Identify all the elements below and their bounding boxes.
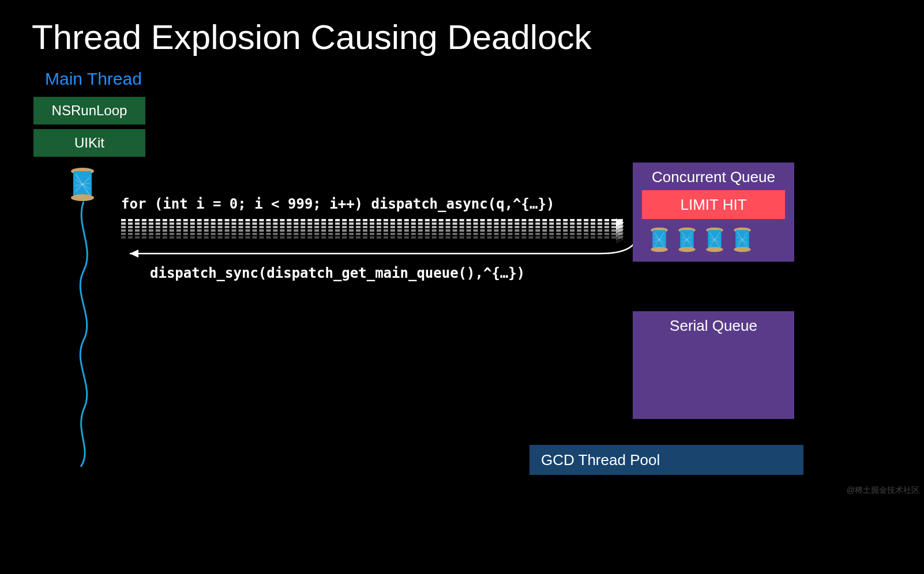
thread-spool-icon — [69, 167, 96, 202]
dotted-arrow-line — [121, 222, 623, 225]
thread-spool-icon — [733, 227, 752, 252]
serial-queue-title: Serial Queue — [633, 317, 794, 335]
concurrent-queue-title: Concurrent Queue — [633, 168, 794, 186]
svg-marker-8 — [130, 250, 138, 258]
svg-point-3 — [71, 194, 94, 201]
code-dispatch-sync: dispatch_sync(dispatch_get_main_queue(),… — [150, 265, 525, 281]
uikit-block: UIKit — [33, 129, 145, 157]
dispatch-arrows — [121, 219, 623, 242]
dotted-arrow-line — [121, 219, 623, 221]
dotted-arrow-line — [121, 226, 623, 228]
svg-point-18 — [678, 247, 695, 252]
svg-point-25 — [706, 247, 723, 252]
svg-point-11 — [651, 247, 667, 252]
dotted-arrow-line — [121, 229, 623, 232]
slide-title: Thread Explosion Causing Deadlock — [32, 17, 592, 57]
thread-spool-icon — [705, 227, 724, 252]
dotted-arrow-line — [121, 236, 623, 239]
code-for-loop: for (int i = 0; i < 999; i++) dispatch_a… — [121, 196, 554, 212]
watermark: @稀土掘金技术社区 — [847, 485, 919, 496]
thread-spool-icon — [677, 227, 697, 252]
return-arrow — [121, 242, 640, 265]
spool-row — [649, 227, 752, 252]
svg-point-32 — [734, 247, 750, 252]
dotted-arrow-line — [121, 233, 623, 235]
gcd-thread-pool-box: GCD Thread Pool — [529, 445, 803, 475]
nsrunloop-block: NSRunLoop — [33, 97, 145, 124]
main-thread-label: Main Thread — [45, 69, 142, 89]
thread-line — [63, 202, 110, 467]
thread-spool-icon — [649, 227, 669, 252]
serial-queue-box: Serial Queue — [633, 311, 794, 419]
limit-hit-badge: LIMIT HIT — [642, 190, 785, 219]
